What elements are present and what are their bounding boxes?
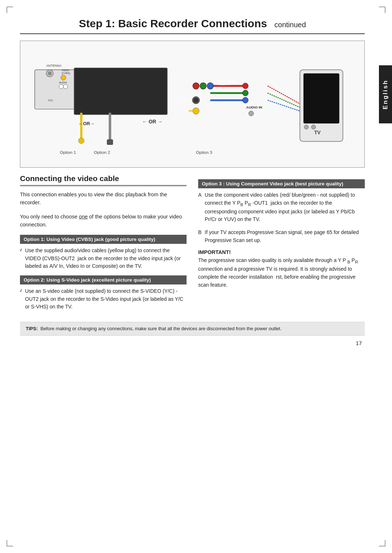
svg-point-35 [311, 125, 316, 129]
svg-rect-11 [74, 68, 167, 114]
two-column-layout: Connecting the video cable This connecti… [20, 174, 365, 314]
svg-text:←OR→: ←OR→ [78, 121, 95, 126]
intro-text-1: This connection enables you to view the … [20, 191, 187, 207]
corner-mark-bl [7, 540, 13, 546]
option3-text-a: Use the component video cables (red/ blu… [198, 191, 365, 224]
tips-bar: TIPS: Before making or changing any conn… [20, 322, 365, 336]
svg-text:ANTENNA: ANTENNA [46, 64, 61, 67]
svg-text:TV: TV [314, 130, 321, 135]
title-text: Step 1: Basic Recorder Connections [79, 17, 267, 29]
page-title: Step 1: Basic Recorder Connections conti… [20, 11, 365, 34]
language-tab: English [379, 65, 392, 123]
title-continued: continued [274, 21, 306, 29]
svg-rect-17 [107, 140, 113, 145]
svg-text:(CVBS): (CVBS) [62, 72, 70, 75]
corner-mark-br [379, 540, 385, 546]
svg-point-34 [304, 125, 309, 129]
svg-text:EX1: EX1 [48, 99, 53, 102]
svg-point-23 [242, 83, 248, 89]
page-content: Step 1: Basic Recorder Connections conti… [20, 11, 372, 346]
svg-point-45 [249, 111, 254, 116]
svg-point-24 [193, 83, 199, 89]
language-label: English [382, 79, 389, 109]
svg-point-19 [242, 97, 248, 103]
option3-text-b: If your TV accepts Progressive Scan sign… [198, 229, 365, 244]
svg-text:VIDEO IN: VIDEO IN [217, 83, 230, 86]
right-column: Option 3 : Using Component Video jack (b… [198, 174, 365, 314]
tips-text: Before making or changing any connection… [40, 326, 281, 331]
option3-item-a: Use the component video cables (red/ blu… [198, 191, 365, 224]
svg-rect-28 [193, 98, 199, 103]
option3-box: Option 3 : Using Component Video jack (b… [198, 179, 365, 188]
svg-point-25 [200, 83, 207, 89]
corner-mark-tr [379, 7, 385, 13]
svg-text:Option 2: Option 2 [94, 150, 110, 155]
underline-one: one [79, 214, 87, 220]
section-heading: Connecting the video cable [20, 174, 187, 186]
svg-text:IN: IN [180, 102, 183, 105]
svg-text:Option 1: Option 1 [60, 150, 76, 155]
svg-rect-32 [303, 73, 339, 123]
option1-label: Option 1: Using Video (CVBS) jack (good … [24, 237, 155, 242]
svg-text:AUDIO: AUDIO [59, 81, 68, 84]
diagram-box: ANTENNA VIDEO (CVBS) AUDIO EX1 [20, 41, 365, 168]
svg-point-26 [207, 83, 213, 89]
important-text: The progressive scan video quality is on… [198, 257, 365, 289]
svg-text:AUDIO IN: AUDIO IN [246, 105, 262, 109]
svg-text:VIDEO: VIDEO [62, 69, 70, 71]
svg-text:Option 3: Option 3 [196, 150, 212, 155]
important-heading: IMPORTANT! [198, 249, 365, 255]
option3-item-b: If your TV accepts Progressive Scan sign… [198, 229, 365, 244]
option1-text: Use the supplied audio/video cables (yel… [20, 247, 187, 270]
svg-point-21 [242, 90, 248, 96]
svg-text:VIDEO IN: VIDEO IN [179, 110, 192, 113]
option2-label: Option 2: Using S-Video jack (excellent … [24, 277, 151, 283]
svg-point-3 [48, 71, 52, 75]
corner-mark-tl [7, 7, 13, 13]
option3-label: Option 3 : Using Component Video jack (b… [202, 181, 343, 187]
svg-point-9 [64, 85, 68, 89]
tips-label: TIPS: [26, 326, 38, 331]
intro-text-2: You only need to choose one of the optio… [20, 213, 187, 229]
option2-box: Option 2: Using S-Video jack (excellent … [20, 275, 187, 284]
svg-text:← OR →: ← OR → [142, 119, 163, 124]
option1-box: Option 1: Using Video (CVBS) jack (good … [20, 235, 187, 244]
diagram-inner: ANTENNA VIDEO (CVBS) AUDIO EX1 [24, 48, 361, 164]
svg-point-13 [78, 138, 84, 144]
diagram-svg: ANTENNA VIDEO (CVBS) AUDIO EX1 [24, 48, 361, 164]
svg-point-6 [61, 75, 66, 80]
option2-text: Use an S-video cable (not supplied) to c… [20, 287, 187, 311]
svg-text:S-VIDEO: S-VIDEO [178, 99, 190, 102]
svg-point-8 [59, 85, 64, 89]
page-number: 17 [20, 340, 365, 346]
left-column: Connecting the video cable This connecti… [20, 174, 187, 314]
